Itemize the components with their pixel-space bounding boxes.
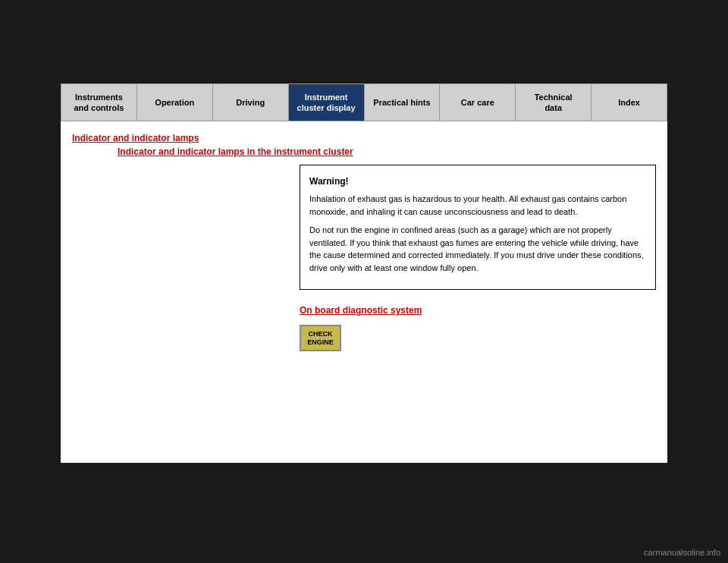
nav-car-care[interactable]: Car care — [440, 84, 516, 121]
nav-practical-hints[interactable]: Practical hints — [365, 84, 441, 121]
nav-driving[interactable]: Driving — [213, 84, 289, 121]
warning-box: Warning! Inhalation of exhaust gas is ha… — [300, 165, 656, 290]
content-columns: Warning! Inhalation of exhaust gas is ha… — [72, 165, 656, 351]
nav-technical-data[interactable]: Technical data — [516, 84, 592, 121]
breadcrumb: Indicator and indicator lamps Indicator … — [72, 133, 656, 157]
nav-operation[interactable]: Operation — [137, 84, 213, 121]
watermark: carmanualsoline.info — [644, 548, 720, 557]
main-content: Indicator and indicator lamps Indicator … — [61, 121, 667, 463]
diagnostics-title-link[interactable]: On board diagnostic system — [300, 305, 656, 316]
nav-instrument-cluster[interactable]: Instrument cluster display — [289, 84, 365, 121]
warning-title: Warning! — [309, 175, 646, 188]
nav-instruments-controls[interactable]: Instruments and controls — [61, 84, 137, 121]
left-column — [72, 165, 284, 351]
warning-paragraph-1: Inhalation of exhaust gas is hazardous t… — [309, 193, 646, 218]
diagnostics-section: On board diagnostic system CHECK ENGINE — [300, 305, 656, 351]
breadcrumb-main-link[interactable]: Indicator and indicator lamps — [72, 133, 656, 143]
check-engine-button[interactable]: CHECK ENGINE — [300, 325, 341, 351]
warning-paragraph-2: Do not run the engine in confined areas … — [309, 224, 646, 274]
navigation-bar: Instruments and controls Operation Drivi… — [61, 83, 667, 121]
breadcrumb-sub-link[interactable]: Indicator and indicator lamps in the ins… — [118, 146, 656, 157]
nav-index[interactable]: Index — [592, 84, 667, 121]
right-column: Warning! Inhalation of exhaust gas is ha… — [300, 165, 656, 351]
